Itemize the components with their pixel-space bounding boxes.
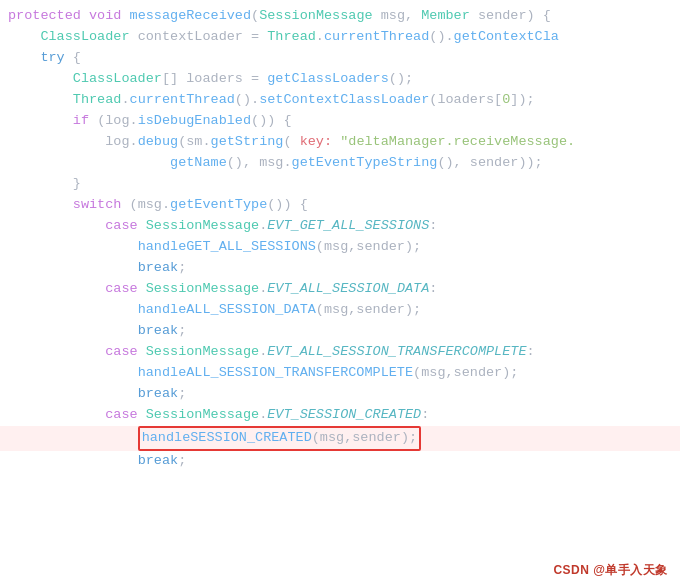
code-line-17: case SessionMessage.EVT_ALL_SESSION_TRAN…	[0, 342, 680, 363]
code-line-11: case SessionMessage.EVT_GET_ALL_SESSIONS…	[0, 216, 680, 237]
code-line-20: case SessionMessage.EVT_SESSION_CREATED:	[0, 405, 680, 426]
kw-void: void	[89, 6, 130, 27]
watermark: CSDN @单手入天象	[553, 561, 668, 580]
code-line-21: handleSESSION_CREATED(msg,sender);	[0, 426, 680, 451]
code-line-9: }	[0, 174, 680, 195]
code-line-8: getName(), msg.getEventTypeString(), sen…	[0, 153, 680, 174]
method-messageReceived: messageReceived	[130, 6, 252, 27]
code-line-18: handleALL_SESSION_TRANSFERCOMPLETE(msg,s…	[0, 363, 680, 384]
code-line-14: case SessionMessage.EVT_ALL_SESSION_DATA…	[0, 279, 680, 300]
code-line-5: Thread.currentThread().setContextClassLo…	[0, 90, 680, 111]
code-line-19: break;	[0, 384, 680, 405]
code-line-16: break;	[0, 321, 680, 342]
code-line-15: handleALL_SESSION_DATA(msg,sender);	[0, 300, 680, 321]
code-line-3: try {	[0, 48, 680, 69]
code-line-10: switch (msg.getEventType()) {	[0, 195, 680, 216]
code-line-7: log.debug(sm.getString( key: "deltaManag…	[0, 132, 680, 153]
code-line-6: if (log.isDebugEnabled()) {	[0, 111, 680, 132]
code-editor: protected void messageReceived(SessionMe…	[0, 0, 680, 588]
code-line-4: ClassLoader[] loaders = getClassLoaders(…	[0, 69, 680, 90]
code-line-2: ClassLoader contextLoader = Thread.curre…	[0, 27, 680, 48]
code-line-12: handleGET_ALL_SESSIONS(msg,sender);	[0, 237, 680, 258]
kw-protected: protected	[8, 6, 89, 27]
highlighted-method-box: handleSESSION_CREATED(msg,sender);	[138, 426, 421, 451]
code-line-1: protected void messageReceived(SessionMe…	[0, 6, 680, 27]
code-line-13: break;	[0, 258, 680, 279]
code-line-22: break;	[0, 451, 680, 472]
